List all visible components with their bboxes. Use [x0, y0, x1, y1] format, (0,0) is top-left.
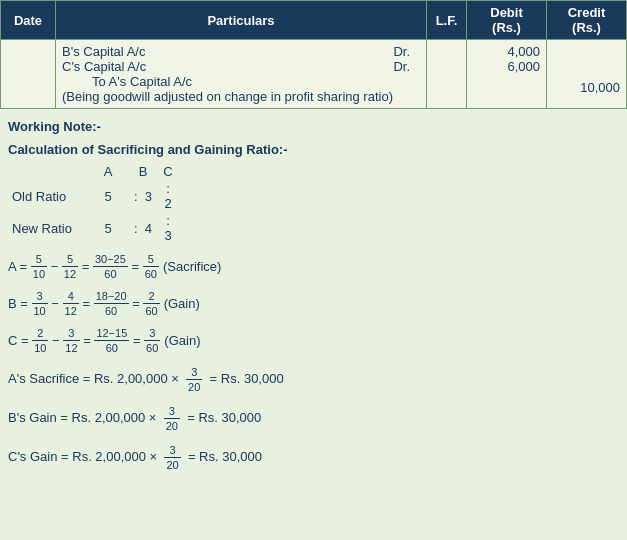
a-sacrifice-frac: 3 20 [186, 365, 202, 394]
a-sacrifice-label: (Sacrifice) [163, 259, 222, 274]
b-frac2: 4 12 [63, 289, 79, 318]
header-lf: L.F. [427, 1, 467, 40]
journal-table: Date Particulars L.F. Debit(Rs.) Credit(… [0, 0, 627, 109]
old-ratio-sep2: : 2 [158, 180, 178, 212]
a-label: A = [8, 259, 31, 274]
a-sacrifice-text2: = Rs. 30,000 [206, 371, 284, 386]
c-calc-row: C = 2 10 − 3 12 = 12−15 60 = 3 60 (Gain) [8, 326, 619, 355]
new-ratio-sep2: : 3 [158, 212, 178, 244]
c-gain-label: (Gain) [164, 333, 200, 348]
a-frac4: 5 60 [143, 252, 159, 281]
c-frac2: 3 12 [63, 326, 79, 355]
c-gain-text2: = Rs. 30,000 [184, 449, 262, 464]
lf-cell [427, 40, 467, 109]
c-eq2: = [129, 333, 144, 348]
debit-cell: 4,000 6,000 [467, 40, 547, 109]
a-eq2: = [128, 259, 143, 274]
a-eq1: = [78, 259, 93, 274]
b-gain-text2: = Rs. 30,000 [184, 410, 262, 425]
b-eq2: = [129, 296, 144, 311]
cs-dr-label: Dr. [393, 59, 410, 74]
b-gain-frac: 3 20 [164, 404, 180, 433]
journal-row: B's Capital A/c Dr. C's Capital A/c Dr. … [1, 40, 627, 109]
header-b: B [128, 163, 158, 180]
b-calc-row: B = 3 10 − 4 12 = 18−20 60 = 2 60 (Gain) [8, 289, 619, 318]
b-frac4: 2 60 [143, 289, 159, 318]
a-frac2: 5 12 [62, 252, 78, 281]
particulars-line1: B's Capital A/c Dr. [62, 44, 420, 59]
header-particulars: Particulars [56, 1, 427, 40]
c-frac1: 2 10 [32, 326, 48, 355]
a-sacrifice-row: A's Sacrifice = Rs. 2,00,000 × 3 20 = Rs… [8, 365, 619, 394]
b-gain-row: B's Gain = Rs. 2,00,000 × 3 20 = Rs. 30,… [8, 404, 619, 433]
old-ratio-sep1: : 3 [128, 180, 158, 212]
calc-title: Calculation of Sacrificing and Gaining R… [8, 142, 619, 157]
particulars-cell: B's Capital A/c Dr. C's Capital A/c Dr. … [56, 40, 427, 109]
debit-amount-2: 6,000 [473, 59, 540, 74]
particulars-line3: To A's Capital A/c [92, 74, 420, 89]
header-debit: Debit(Rs.) [467, 1, 547, 40]
a-minus: − [47, 259, 62, 274]
b-gain-text1: B's Gain = Rs. 2,00,000 × [8, 410, 160, 425]
a-frac3: 30−25 60 [93, 252, 128, 281]
date-cell [1, 40, 56, 109]
header-c: C [158, 163, 178, 180]
a-sacrifice-text1: A's Sacrifice = Rs. 2,00,000 × [8, 371, 182, 386]
ratio-table: A B C Old Ratio 5 : 3 : 2 New Ratio 5 : … [8, 163, 178, 244]
b-frac1: 3 10 [32, 289, 48, 318]
bs-dr-label: Dr. [393, 44, 410, 59]
particulars-line2: C's Capital A/c Dr. [62, 59, 420, 74]
b-eq1: = [79, 296, 94, 311]
c-eq1: = [80, 333, 95, 348]
b-frac3: 18−20 60 [94, 289, 129, 318]
b-gain-label: (Gain) [164, 296, 200, 311]
c-label: C = [8, 333, 32, 348]
c-minus: − [48, 333, 63, 348]
new-ratio-sep1: : 4 [128, 212, 158, 244]
c-frac3: 12−15 60 [94, 326, 129, 355]
c-frac4: 3 60 [144, 326, 160, 355]
b-minus: − [48, 296, 63, 311]
c-gain-row: C's Gain = Rs. 2,00,000 × 3 20 = Rs. 30,… [8, 443, 619, 472]
new-ratio-label: New Ratio [8, 212, 88, 244]
new-ratio-a: 5 [88, 212, 128, 244]
cs-capital-label: C's Capital A/c [62, 59, 146, 74]
debit-amount-1: 4,000 [473, 44, 540, 59]
old-ratio-a: 5 [88, 180, 128, 212]
credit-cell: 10,000 [547, 40, 627, 109]
credit-amount: 10,000 [553, 80, 620, 95]
a-frac1: 5 10 [31, 252, 47, 281]
bs-capital-label: B's Capital A/c [62, 44, 145, 59]
c-gain-frac: 3 20 [164, 443, 180, 472]
header-a: A [88, 163, 128, 180]
working-title: Working Note:- [8, 119, 619, 134]
b-label: B = [8, 296, 32, 311]
particulars-line4: (Being goodwill adjusted on change in pr… [62, 89, 420, 104]
a-calc-row: A = 5 10 − 5 12 = 30−25 60 = 5 60 (Sacri… [8, 252, 619, 281]
old-ratio-label: Old Ratio [8, 180, 88, 212]
header-credit: Credit(Rs.) [547, 1, 627, 40]
header-date: Date [1, 1, 56, 40]
c-gain-text1: C's Gain = Rs. 2,00,000 × [8, 449, 161, 464]
working-section: Working Note:- Calculation of Sacrificin… [0, 109, 627, 492]
